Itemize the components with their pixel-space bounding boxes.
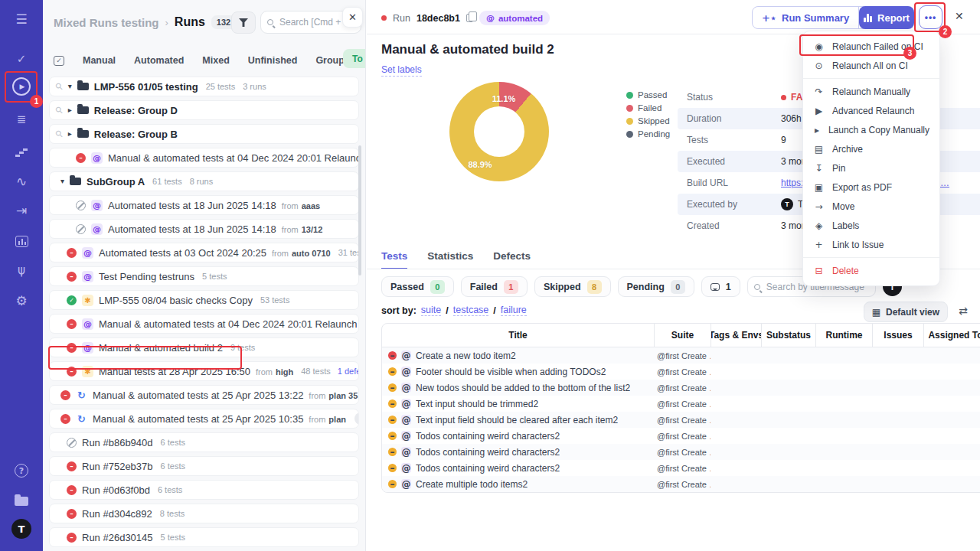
test-plans-nav-icon[interactable]: ≣ — [0, 109, 43, 129]
user-avatar[interactable]: T — [0, 519, 43, 539]
runs-filter-tab[interactable]: Unfinished — [248, 55, 298, 66]
column-header[interactable]: Title — [382, 324, 654, 347]
menu-item[interactable]: → Move — [803, 197, 939, 216]
chevron-right-icon[interactable]: ▸ — [68, 106, 72, 114]
run-row[interactable]: Manual tests at 28 Apr 2025 16:50 fromhi… — [49, 361, 359, 381]
projects-folder-icon[interactable] — [0, 491, 43, 511]
run-row[interactable]: Test Pending testruns 5 tests — [49, 266, 359, 286]
more-actions-button[interactable]: ••• — [919, 5, 942, 29]
tests-nav-icon[interactable]: ✓ — [0, 49, 43, 69]
run-summary-button[interactable]: +⋆ Run Summary — [753, 7, 858, 28]
table-row[interactable]: Todos containing weird characters2 @firs… — [382, 444, 980, 460]
detail-tab[interactable]: Defects — [493, 250, 531, 269]
panel-close-button[interactable]: ✕ — [342, 7, 363, 28]
labels-icon: ◈ — [813, 220, 825, 231]
copy-icon[interactable] — [466, 14, 473, 22]
runs-filter-tab[interactable]: Mixed — [202, 55, 229, 66]
default-view-button[interactable]: ▦ Default view — [864, 302, 948, 322]
menu-item[interactable]: + Link to Issue — [803, 235, 939, 254]
sort-link[interactable]: testcase — [453, 305, 489, 316]
analytics-nav-icon[interactable] — [0, 231, 43, 251]
column-header[interactable]: Assigned To — [923, 324, 980, 347]
table-row[interactable]: Todos containing weird characters2 @firs… — [382, 460, 980, 476]
milestones-nav-icon[interactable] — [0, 142, 43, 162]
settings-nav-icon[interactable]: ⚙ — [0, 291, 43, 311]
run-row[interactable]: Manual & automated tests at 25 Apr 2025 … — [49, 409, 359, 429]
menu-item[interactable]: ⊟ Delete — [803, 261, 939, 280]
menu-item[interactable]: ▣ Export as PDF — [803, 178, 939, 197]
run-title: Automated tests at 18 Jun 2025 14:18 — [108, 200, 276, 211]
run-row[interactable]: Run #26d30145 5 tests — [49, 527, 359, 547]
help-icon[interactable]: ? — [0, 461, 43, 481]
run-row[interactable]: Run #0d63f0bd 6 tests — [49, 480, 359, 500]
avatar: T — [781, 198, 793, 210]
run-row[interactable]: Run #752eb37b 6 tests — [49, 456, 359, 476]
menu-item[interactable]: ⊙ Relaunch All on CI — [803, 56, 939, 75]
filter-button[interactable] — [231, 11, 256, 34]
run-row[interactable]: Run #d304c892 8 tests — [49, 504, 359, 523]
report-button[interactable]: Report — [859, 6, 914, 29]
sort-link[interactable]: suite — [421, 305, 441, 316]
run-group-row[interactable]: ⚲ ▸ Release: Group B — [49, 124, 359, 144]
set-labels-link[interactable]: Set labels — [381, 64, 422, 77]
run-group-row[interactable]: ▾ SubGroup A 61 tests 8 runs — [49, 171, 359, 191]
columns-settings-icon[interactable]: ⇄ — [959, 305, 968, 316]
detail-tab[interactable]: Statistics — [427, 250, 473, 269]
column-header[interactable]: Runtime — [815, 324, 872, 347]
run-group-row[interactable]: ⚲ ▸ Release: Group D — [49, 100, 359, 120]
table-row[interactable]: New todos should be added to the bottom … — [382, 380, 980, 396]
run-row[interactable]: LMP-555 08/04 basic checks Copy 53 tests — [49, 290, 359, 310]
status-filter-chip[interactable]: Failed 1 — [461, 276, 528, 297]
chevron-right-icon[interactable]: ▸ — [68, 130, 72, 138]
run-row[interactable]: Run #b86b940d 6 tests — [49, 432, 359, 452]
table-row[interactable]: Footer should be visible when adding TOD… — [382, 364, 980, 380]
sort-link[interactable]: failure — [501, 305, 527, 316]
column-header[interactable]: Substatus — [761, 324, 815, 347]
menu-item[interactable]: ↧ Pin — [803, 158, 939, 178]
branch-nav-icon[interactable]: ⋔ — [0, 262, 43, 282]
comments-filter-chip[interactable]: 1 — [701, 276, 740, 297]
menu-item[interactable]: ▤ Archive — [803, 139, 939, 158]
run-row[interactable]: Manual & automated build 2 9 tests — [49, 337, 359, 357]
status-icon — [67, 343, 77, 353]
automated-tag-chip[interactable]: @ automated — [479, 11, 550, 25]
detail-tab[interactable]: Tests — [381, 250, 407, 269]
table-row[interactable]: Text input field should be cleared after… — [382, 412, 980, 428]
select-all-icon[interactable]: ✓ — [54, 56, 64, 66]
table-row[interactable]: Create multiple todo items2 @first Creat… — [382, 476, 980, 492]
breadcrumb-project[interactable]: Mixed Runs testing — [54, 16, 159, 29]
menu-item[interactable]: ◉ Relaunch Failed on CI — [803, 37, 939, 56]
menu-item[interactable]: ▸ Launch a Copy Manually — [803, 120, 939, 139]
runs-filter-tab[interactable]: Automated — [134, 55, 184, 66]
column-header[interactable]: Suite — [654, 324, 710, 347]
menu-item[interactable]: ↷ Relaunch Manually — [803, 82, 939, 101]
table-row[interactable]: Text input should be trimmed2 @first Cre… — [382, 396, 980, 412]
column-header[interactable]: Issues — [872, 324, 923, 347]
run-group-row[interactable]: ⚲ ▾ LMP-556 01/05 testing 25 tests 3 run… — [49, 77, 359, 96]
today-filter-chip[interactable]: To — [343, 49, 366, 68]
run-row[interactable]: Manual & automated tests at 04 Dec 2024 … — [49, 148, 359, 168]
import-nav-icon[interactable]: ⇥ — [0, 201, 43, 220]
status-filter-chip[interactable]: Passed 0 — [381, 276, 454, 297]
menu-item[interactable]: ▶ Advanced Relaunch — [803, 101, 939, 120]
run-row[interactable]: Automated tests at 18 Jun 2025 14:18 fro… — [49, 219, 359, 239]
run-row[interactable]: Automated tests at 18 Jun 2025 14:18 fro… — [49, 195, 359, 215]
detail-close-button[interactable]: ✕ — [955, 10, 964, 22]
run-row[interactable]: Manual & automated tests at 04 Dec 2024 … — [49, 314, 359, 334]
table-row[interactable]: Todos containing weird characters2 @firs… — [382, 428, 980, 444]
column-header[interactable]: Tags & Envs — [710, 324, 761, 347]
breadcrumb-section[interactable]: Runs — [175, 15, 205, 29]
chevron-down-icon[interactable]: ▾ — [60, 178, 64, 185]
hamburger-menu-icon[interactable]: ☰ — [0, 9, 43, 29]
status-filter-chip[interactable]: Pending 0 — [618, 276, 694, 297]
runs-list-scrollbar[interactable] — [358, 145, 361, 276]
run-row[interactable]: Manual & automated tests at 25 Apr 2025 … — [49, 385, 359, 405]
table-row[interactable]: Create a new todo item2 @first Create … — [382, 347, 980, 364]
menu-item[interactable]: ◈ Labels — [803, 216, 939, 235]
run-row[interactable]: Automated tests at 03 Oct 2024 20:25 fro… — [49, 243, 359, 262]
runs-filter-tab[interactable]: Manual — [83, 55, 116, 66]
chevron-down-icon[interactable]: ▾ — [68, 83, 72, 90]
status-filter-chip[interactable]: Skipped 8 — [534, 276, 611, 297]
pulse-nav-icon[interactable]: ∿ — [0, 171, 43, 191]
runs-nav-icon[interactable]: ▶ — [0, 77, 43, 96]
